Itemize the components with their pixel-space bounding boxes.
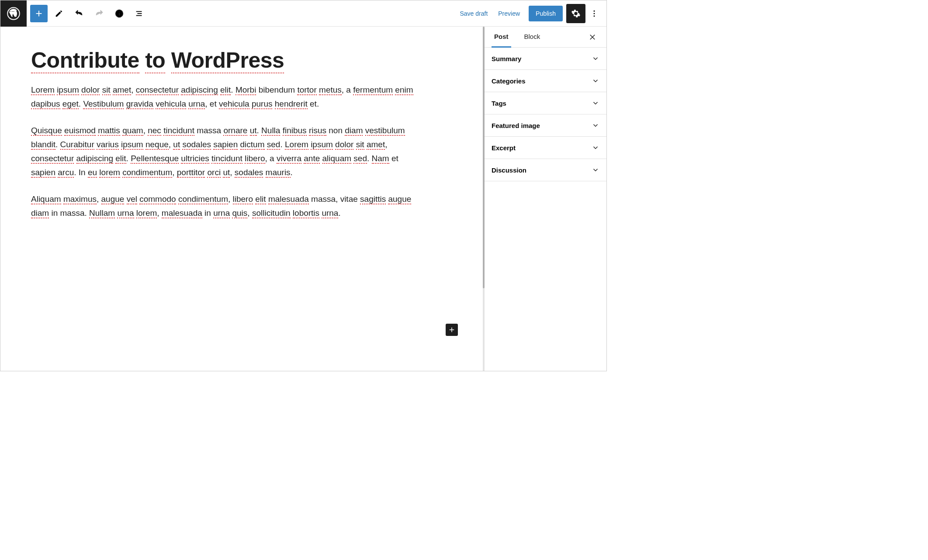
gear-icon bbox=[571, 9, 581, 18]
panel-summary[interactable]: Summary bbox=[485, 48, 606, 69]
panel-excerpt[interactable]: Excerpt bbox=[485, 137, 606, 159]
plus-icon bbox=[448, 326, 456, 334]
chevron-down-icon bbox=[592, 55, 599, 62]
panel-tags[interactable]: Tags bbox=[485, 92, 606, 114]
panel-label: Discussion bbox=[492, 166, 526, 174]
kebab-icon bbox=[590, 9, 599, 18]
post-paragraph[interactable]: Aliquam maximus, augue vel commodo condi… bbox=[31, 192, 416, 221]
post-title[interactable]: Contribute to WordPress bbox=[31, 48, 454, 73]
chevron-down-icon bbox=[592, 166, 599, 174]
pencil-icon bbox=[54, 9, 64, 18]
outline-button[interactable] bbox=[131, 5, 148, 22]
wordpress-icon bbox=[7, 7, 20, 20]
wordpress-logo[interactable] bbox=[0, 0, 27, 27]
panel-discussion[interactable]: Discussion bbox=[485, 159, 606, 181]
undo-icon bbox=[74, 9, 84, 18]
close-sidebar-button[interactable] bbox=[585, 30, 599, 44]
panel-categories[interactable]: Categories bbox=[485, 70, 606, 92]
settings-sidebar: Post Block Summary Categories Tags Featu… bbox=[484, 27, 606, 371]
sidebar-scrollbar-thumb[interactable] bbox=[483, 27, 485, 288]
more-options-button[interactable] bbox=[585, 4, 603, 23]
svg-point-8 bbox=[594, 13, 595, 14]
preview-button[interactable]: Preview bbox=[493, 7, 525, 21]
chevron-down-icon bbox=[592, 77, 599, 85]
sidebar-tabs: Post Block bbox=[485, 27, 606, 48]
post-paragraph[interactable]: Quisque euismod mattis quam, nec tincidu… bbox=[31, 124, 416, 180]
panel-label: Categories bbox=[492, 77, 526, 85]
chevron-down-icon bbox=[592, 99, 599, 107]
redo-icon bbox=[94, 9, 104, 18]
panel-label: Featured image bbox=[492, 122, 540, 129]
panel-featured-image[interactable]: Featured image bbox=[485, 114, 606, 136]
svg-point-7 bbox=[594, 10, 595, 11]
add-block-inline-button[interactable] bbox=[446, 324, 458, 336]
svg-rect-5 bbox=[137, 13, 142, 14]
svg-rect-6 bbox=[136, 15, 142, 16]
details-button[interactable] bbox=[111, 5, 128, 22]
publish-button[interactable]: Publish bbox=[529, 6, 563, 21]
info-icon bbox=[114, 9, 124, 18]
list-view-icon bbox=[135, 9, 144, 18]
chevron-down-icon bbox=[592, 121, 599, 129]
close-icon bbox=[589, 33, 596, 41]
tab-block[interactable]: Block bbox=[522, 27, 543, 48]
chevron-down-icon bbox=[592, 144, 599, 152]
settings-button[interactable] bbox=[566, 4, 585, 23]
edit-mode-button[interactable] bbox=[50, 5, 68, 22]
svg-point-9 bbox=[594, 15, 595, 17]
post-paragraph[interactable]: Lorem ipsum dolor sit amet, consectetur … bbox=[31, 83, 416, 111]
editor-toolbar: Save draft Preview Publish bbox=[0, 0, 606, 27]
panel-label: Summary bbox=[492, 55, 521, 62]
undo-button[interactable] bbox=[70, 5, 88, 22]
redo-button[interactable] bbox=[90, 5, 108, 22]
post-editor-canvas[interactable]: Contribute to WordPress Lorem ipsum dolo… bbox=[0, 27, 484, 371]
svg-point-3 bbox=[119, 11, 120, 12]
add-block-button[interactable] bbox=[30, 5, 48, 22]
plus-icon bbox=[34, 9, 44, 18]
panel-label: Excerpt bbox=[492, 144, 516, 152]
panel-label: Tags bbox=[492, 100, 506, 107]
save-draft-button[interactable]: Save draft bbox=[454, 7, 493, 21]
svg-rect-4 bbox=[136, 11, 142, 12]
tab-post[interactable]: Post bbox=[492, 27, 511, 48]
